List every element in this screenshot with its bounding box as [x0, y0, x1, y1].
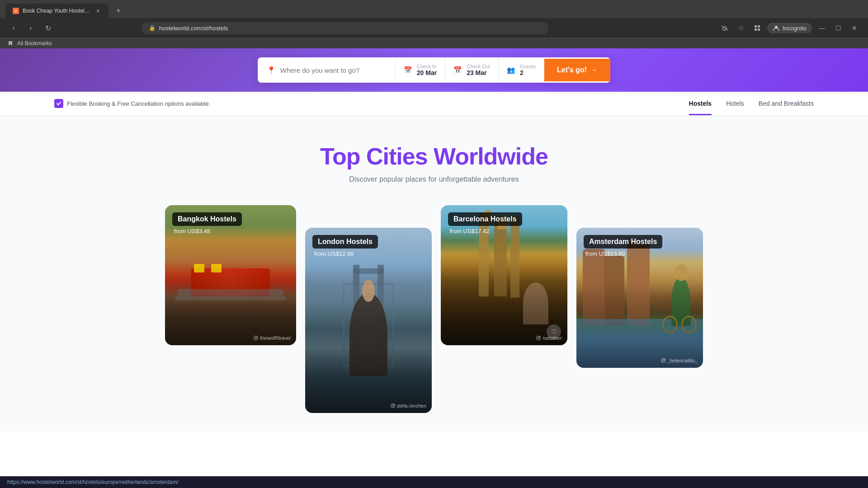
svg-point-9: [257, 337, 257, 337]
barcelona-info: Barcelona Hostels from US$17.42: [448, 212, 522, 235]
calendar-icon-checkin: 📅: [404, 66, 412, 74]
guests-value: 2: [520, 69, 536, 76]
checkmark-icon: [54, 99, 63, 108]
section-subtitle: Discover popular places for unforgettabl…: [0, 175, 868, 183]
barcelona-name: Barcelona Hostels: [448, 212, 522, 226]
svg-rect-5: [758, 28, 760, 31]
nav-links: Hostels Hotels Bed and Breakfasts: [689, 92, 814, 115]
lock-icon: 🔒: [149, 25, 156, 31]
incognito-indicator: Incognito: [767, 23, 812, 33]
address-bar[interactable]: 🔒 hostelworld.com/st/hostels: [142, 22, 548, 34]
svg-rect-7: [254, 336, 258, 340]
section-heading: Top Cities Worldwide: [0, 143, 868, 170]
destination-input[interactable]: [280, 66, 386, 74]
checkin-value: 20 Mar: [417, 69, 437, 76]
guests-label: Guests: [520, 64, 536, 69]
checkout-value: 23 Mar: [467, 69, 490, 76]
city-card-barcelona[interactable]: Barcelona Hostels from US$17.42 ♡ nattal…: [441, 205, 567, 345]
flexible-booking-notice: Flexible Booking & Free Cancellation opt…: [54, 93, 210, 114]
page-content: 📍 📅 Check In 20 Mar 📅 Check Out 23 Mar 👥: [0, 48, 868, 431]
active-tab[interactable]: H Book Cheap Youth Hostels: Top... ✕: [5, 4, 108, 18]
bangkok-attribution: thewolf0travel: [254, 335, 291, 341]
search-button[interactable]: Let's go! →: [544, 59, 610, 81]
star-icon[interactable]: ☆: [735, 22, 747, 34]
svg-point-15: [539, 337, 540, 337]
checkin-label: Check In: [417, 64, 437, 69]
bangkok-name: Bangkok Hostels: [172, 212, 242, 226]
url-text: hostelworld.com/st/hostels: [159, 25, 228, 32]
london-photo-credit: stefa.ninchen: [397, 403, 426, 408]
location-pin-icon: 📍: [267, 66, 276, 75]
section-title-text: Top Cities Worldwide: [0, 143, 868, 170]
svg-rect-2: [755, 25, 757, 28]
svg-point-18: [664, 359, 664, 360]
incognito-label: Incognito: [783, 25, 807, 32]
flexible-booking-text: Flexible Booking & Free Cancellation opt…: [67, 100, 210, 107]
checkin-info: Check In 20 Mar: [417, 64, 437, 76]
london-name: London Hostels: [312, 235, 378, 249]
destination-field[interactable]: 📍: [258, 59, 396, 82]
guests-info: Guests 2: [520, 64, 536, 76]
cities-grid: Bangkok Hostels from US$3.48 thewolf0tra…: [0, 205, 868, 413]
bangkok-photo-credit: thewolf0travel: [260, 335, 291, 341]
amsterdam-price: from US$13.60: [585, 250, 662, 257]
checkin-picker[interactable]: 📅 Check In 20 Mar: [396, 57, 445, 83]
amsterdam-photo-credit: _federicalillo_: [667, 358, 698, 363]
svg-point-11: [392, 405, 393, 407]
tab-favicon: H: [13, 8, 19, 14]
nav-hotels[interactable]: Hotels: [726, 92, 744, 115]
arrow-right-icon: →: [590, 66, 598, 74]
bookmarks-label[interactable]: All Bookmarks: [17, 40, 52, 47]
london-price: from US$12.68: [314, 250, 378, 257]
browser-right-controls: ☆ Incognito — ☐ ✕: [718, 22, 861, 34]
amsterdam-name: Amsterdam Hostels: [584, 235, 662, 249]
reload-button[interactable]: ↻: [42, 22, 54, 34]
amsterdam-attribution: _federicalillo_: [661, 358, 698, 363]
svg-point-8: [255, 337, 257, 339]
extension-icon[interactable]: [751, 22, 764, 34]
close-button[interactable]: ✕: [848, 22, 861, 34]
search-bar: 📍 📅 Check In 20 Mar 📅 Check Out 23 Mar 👥: [258, 57, 610, 83]
bangkok-info: Bangkok Hostels from US$3.48: [172, 212, 242, 235]
svg-point-12: [393, 404, 394, 405]
nav-bar: Flexible Booking & Free Cancellation opt…: [0, 92, 868, 116]
guests-picker[interactable]: 👥 Guests 2: [499, 57, 544, 83]
checkout-label: Check Out: [467, 64, 490, 69]
restore-button[interactable]: ☐: [832, 22, 844, 34]
svg-rect-4: [755, 28, 757, 31]
svg-point-14: [538, 337, 539, 339]
tab-bar: H Book Cheap Youth Hostels: Top... ✕ +: [0, 0, 868, 18]
london-info: London Hostels from US$12.68: [312, 235, 378, 257]
tab-close-button[interactable]: ✕: [94, 7, 101, 14]
new-tab-button[interactable]: +: [112, 5, 125, 17]
title-black-part: Top Cities: [320, 143, 427, 169]
nav-bnb[interactable]: Bed and Breakfasts: [759, 92, 814, 115]
city-card-amsterdam[interactable]: Amsterdam Hostels from US$13.60 _federic…: [576, 228, 703, 368]
browser-controls: ‹ › ↻ 🔒 hostelworld.com/st/hostels ☆ Inc…: [0, 18, 868, 38]
minimize-button[interactable]: —: [816, 22, 828, 34]
back-button[interactable]: ‹: [7, 22, 20, 34]
main-content: Top Cities Worldwide Discover popular pl…: [0, 116, 868, 431]
svg-point-17: [662, 360, 664, 361]
london-attribution: stefa.ninchen: [391, 403, 426, 408]
browser-window: H Book Cheap Youth Hostels: Top... ✕ + ‹…: [0, 0, 868, 48]
checkout-picker[interactable]: 📅 Check Out 23 Mar: [445, 57, 499, 83]
barcelona-photo-credit: nattaliarr: [542, 335, 562, 341]
search-button-label: Let's go!: [557, 66, 587, 74]
bookmarks-bar: All Bookmarks: [0, 38, 868, 48]
barcelona-attribution: nattaliarr: [536, 335, 562, 341]
nav-hostels[interactable]: Hostels: [689, 92, 712, 115]
barcelona-price: from US$17.42: [450, 228, 522, 235]
svg-text:H: H: [14, 9, 17, 13]
tab-title: Book Cheap Youth Hostels: Top...: [23, 8, 90, 14]
city-card-london[interactable]: London Hostels from US$12.68 stefa.ninch…: [305, 228, 432, 413]
search-header: 📍 📅 Check In 20 Mar 📅 Check Out 23 Mar 👥: [0, 48, 868, 92]
calendar-icon-checkout: 📅: [453, 66, 462, 74]
forward-button[interactable]: ›: [24, 22, 37, 34]
amsterdam-info: Amsterdam Hostels from US$13.60: [584, 235, 662, 257]
svg-rect-3: [758, 25, 760, 28]
bangkok-price: from US$3.48: [174, 228, 242, 235]
city-card-bangkok[interactable]: Bangkok Hostels from US$3.48 thewolf0tra…: [165, 205, 296, 345]
guests-icon: 👥: [507, 66, 515, 74]
eye-slash-icon[interactable]: [718, 22, 731, 34]
